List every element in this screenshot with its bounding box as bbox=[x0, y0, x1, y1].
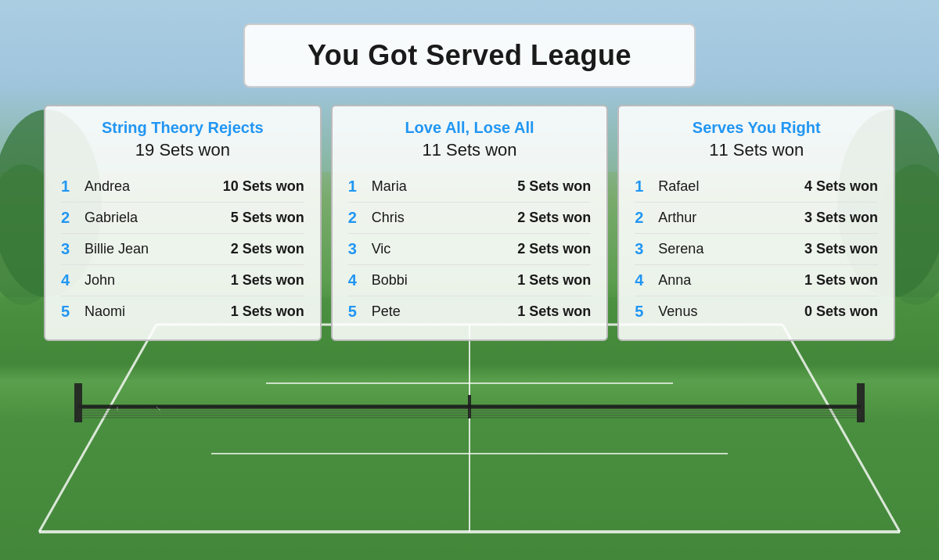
team-name-string-theory-rejects: String Theory Rejects bbox=[61, 119, 304, 137]
player-rank: 2 bbox=[348, 209, 372, 227]
player-name: John bbox=[85, 272, 231, 289]
player-rank: 3 bbox=[348, 240, 372, 258]
player-name: Billie Jean bbox=[85, 241, 231, 257]
player-sets: 1 Sets won bbox=[231, 272, 304, 289]
player-row: 1Maria5 Sets won bbox=[348, 171, 592, 203]
player-sets: 2 Sets won bbox=[517, 210, 591, 226]
player-row: 1Andrea10 Sets won bbox=[61, 171, 304, 203]
player-row: 5Venus0 Sets won bbox=[635, 296, 878, 327]
player-sets: 1 Sets won bbox=[517, 272, 591, 289]
team-sets-won-serves-you-right: 11 Sets won bbox=[635, 140, 878, 160]
player-rank: 4 bbox=[635, 271, 658, 289]
player-name: Rafael bbox=[658, 178, 804, 195]
team-name-love-all-lose-all: Love All, Lose All bbox=[348, 119, 592, 137]
player-rank: 1 bbox=[635, 178, 658, 196]
player-rank: 5 bbox=[61, 303, 85, 321]
player-row: 5Naomi1 Sets won bbox=[61, 296, 304, 327]
player-name: Vic bbox=[372, 241, 518, 257]
player-sets: 1 Sets won bbox=[804, 272, 878, 289]
player-sets: 5 Sets won bbox=[517, 178, 591, 195]
player-row: 4Anna1 Sets won bbox=[635, 265, 878, 296]
player-row: 4John1 Sets won bbox=[61, 265, 304, 296]
player-name: Bobbi bbox=[372, 272, 518, 289]
player-sets: 3 Sets won bbox=[804, 241, 878, 257]
player-sets: 10 Sets won bbox=[223, 178, 304, 195]
player-name: Andrea bbox=[85, 178, 223, 195]
player-name: Anna bbox=[658, 272, 804, 289]
player-rank: 5 bbox=[635, 303, 658, 321]
player-name: Pete bbox=[372, 303, 518, 320]
team-sets-won-string-theory-rejects: 19 Sets won bbox=[61, 140, 304, 160]
player-name: Gabriela bbox=[85, 210, 231, 226]
player-sets: 5 Sets won bbox=[231, 210, 304, 226]
player-rank: 1 bbox=[348, 178, 372, 196]
team-panel-love-all-lose-all: Love All, Lose All11 Sets won1Maria5 Set… bbox=[331, 105, 609, 341]
team-sets-won-love-all-lose-all: 11 Sets won bbox=[348, 140, 592, 160]
team-panel-serves-you-right: Serves You Right11 Sets won1Rafael4 Sets… bbox=[617, 105, 895, 341]
player-sets: 3 Sets won bbox=[804, 210, 878, 226]
player-row: 3Billie Jean2 Sets won bbox=[61, 234, 304, 265]
team-name-serves-you-right: Serves You Right bbox=[635, 119, 878, 137]
player-sets: 0 Sets won bbox=[804, 303, 878, 320]
player-rank: 2 bbox=[61, 209, 85, 227]
player-name: Venus bbox=[658, 303, 804, 320]
page-title: You Got Served League bbox=[308, 39, 631, 72]
teams-container: String Theory Rejects19 Sets won1Andrea1… bbox=[39, 105, 900, 341]
player-row: 2Arthur3 Sets won bbox=[635, 203, 878, 234]
player-rank: 3 bbox=[61, 240, 85, 258]
player-name: Naomi bbox=[85, 303, 231, 320]
player-rank: 5 bbox=[348, 303, 372, 321]
player-row: 2Chris2 Sets won bbox=[348, 203, 592, 234]
page-wrapper: You Got Served League String Theory Reje… bbox=[0, 0, 939, 560]
player-row: 1Rafael4 Sets won bbox=[635, 171, 878, 203]
player-name: Arthur bbox=[658, 210, 804, 226]
player-rank: 2 bbox=[635, 209, 658, 227]
player-name: Serena bbox=[658, 241, 804, 257]
player-name: Maria bbox=[372, 178, 518, 195]
player-name: Chris bbox=[372, 210, 518, 226]
player-row: 3Serena3 Sets won bbox=[635, 234, 878, 265]
player-row: 4Bobbi1 Sets won bbox=[348, 265, 592, 296]
player-sets: 2 Sets won bbox=[517, 241, 591, 257]
player-rank: 3 bbox=[635, 240, 658, 258]
player-sets: 1 Sets won bbox=[231, 303, 304, 320]
title-box: You Got Served League bbox=[243, 23, 696, 88]
player-row: 2Gabriela5 Sets won bbox=[61, 203, 304, 234]
player-sets: 2 Sets won bbox=[231, 241, 304, 257]
player-rank: 1 bbox=[61, 178, 85, 196]
team-panel-string-theory-rejects: String Theory Rejects19 Sets won1Andrea1… bbox=[44, 105, 322, 341]
player-rank: 4 bbox=[348, 271, 372, 289]
player-row: 3Vic2 Sets won bbox=[348, 234, 592, 265]
player-sets: 1 Sets won bbox=[517, 303, 591, 320]
player-rank: 4 bbox=[61, 271, 85, 289]
player-sets: 4 Sets won bbox=[804, 178, 878, 195]
player-row: 5Pete1 Sets won bbox=[348, 296, 592, 327]
